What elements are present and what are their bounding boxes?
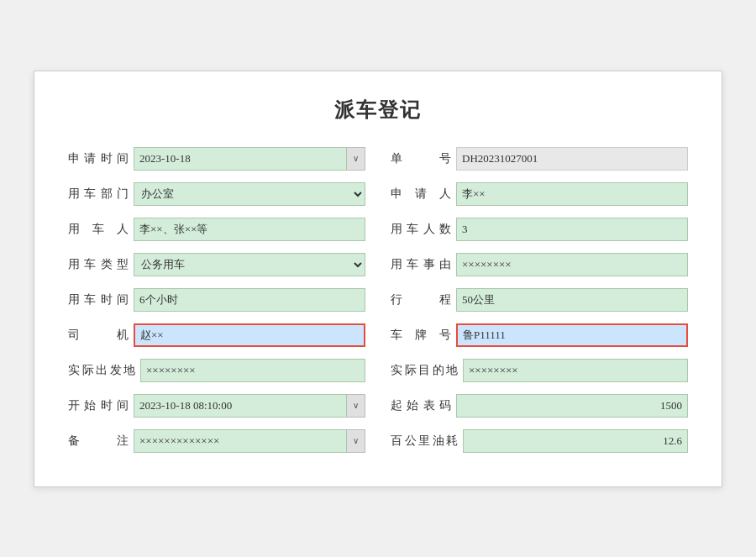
driver-input[interactable] [134, 323, 365, 347]
apply-time-wrapper: ∨ [134, 147, 365, 171]
depart-input[interactable] [140, 359, 365, 382]
reason-label: 用车事由 [391, 257, 451, 272]
car-time-input[interactable] [134, 288, 365, 312]
notes-input[interactable] [134, 429, 347, 453]
dest-label: 实际目的地 [391, 363, 458, 378]
order-no-row: 单 号 [391, 147, 688, 171]
apply-time-row: 申请时间 ∨ [68, 147, 365, 171]
car-type-select[interactable]: 公务用车 私家车 租赁车 [134, 253, 365, 276]
driver-label: 司 机 [68, 328, 129, 343]
dest-row: 实际目的地 [391, 359, 688, 382]
start-time-input[interactable] [134, 394, 347, 418]
depart-row: 实际出发地 [68, 359, 365, 382]
fuel-row: 百公里油耗 [391, 429, 688, 453]
mileage-input[interactable] [456, 288, 688, 312]
apply-time-picker-btn[interactable]: ∨ [347, 147, 365, 171]
dest-input[interactable] [463, 359, 688, 382]
reason-input[interactable] [456, 253, 688, 276]
order-no-input[interactable] [456, 147, 688, 171]
applicant-label: 申 请 人 [391, 187, 451, 202]
users-input[interactable] [134, 218, 365, 241]
plate-row: 车 牌 号 [391, 323, 688, 347]
notes-row: 备 注 ∨ [68, 429, 365, 453]
user-count-row: 用车人数 [391, 218, 688, 241]
mileage-label: 行 程 [391, 292, 451, 307]
start-time-row: 开始时间 ∨ [68, 394, 365, 418]
car-time-label: 用车时间 [68, 292, 129, 307]
users-label: 用 车 人 [68, 222, 129, 237]
depart-label: 实际出发地 [68, 363, 135, 378]
odo-start-input[interactable] [456, 394, 688, 418]
order-no-label: 单 号 [391, 151, 451, 166]
applicant-row: 申 请 人 [391, 182, 688, 206]
car-type-label: 用车类型 [68, 257, 129, 272]
reason-row: 用车事由 [391, 253, 688, 276]
plate-label: 车 牌 号 [391, 328, 451, 343]
odo-start-row: 起始表码 [391, 394, 688, 418]
odo-start-label: 起始表码 [391, 398, 451, 413]
dept-label: 用车部门 [68, 187, 129, 202]
plate-input[interactable] [456, 323, 688, 347]
notes-wrapper: ∨ [134, 429, 365, 453]
apply-time-label: 申请时间 [68, 151, 129, 166]
car-type-row: 用车类型 公务用车 私家车 租赁车 [68, 253, 365, 276]
apply-time-input[interactable] [134, 147, 347, 171]
form-grid: 申请时间 ∨ 单 号 用车部门 办公室 销售部 技术部 行政部 申 请 人 [68, 147, 688, 453]
driver-row: 司 机 [68, 323, 365, 347]
fuel-input[interactable] [463, 429, 688, 453]
users-row: 用 车 人 [68, 218, 365, 241]
dept-row: 用车部门 办公室 销售部 技术部 行政部 [68, 182, 365, 206]
page-title: 派车登记 [68, 97, 688, 123]
dept-select[interactable]: 办公室 销售部 技术部 行政部 [134, 182, 365, 206]
applicant-input[interactable] [456, 182, 688, 206]
form-card: 派车登记 申请时间 ∨ 单 号 用车部门 办公室 销售部 技术部 行政部 [34, 71, 722, 487]
user-count-input[interactable] [456, 218, 688, 241]
start-time-label: 开始时间 [68, 398, 129, 413]
car-time-row: 用车时间 [68, 288, 365, 312]
fuel-label: 百公里油耗 [391, 434, 458, 449]
mileage-row: 行 程 [391, 288, 688, 312]
notes-expand-btn[interactable]: ∨ [347, 429, 365, 453]
start-time-picker-btn[interactable]: ∨ [347, 394, 365, 418]
user-count-label: 用车人数 [391, 222, 451, 237]
notes-label: 备 注 [68, 434, 129, 449]
start-time-wrapper: ∨ [134, 394, 365, 418]
